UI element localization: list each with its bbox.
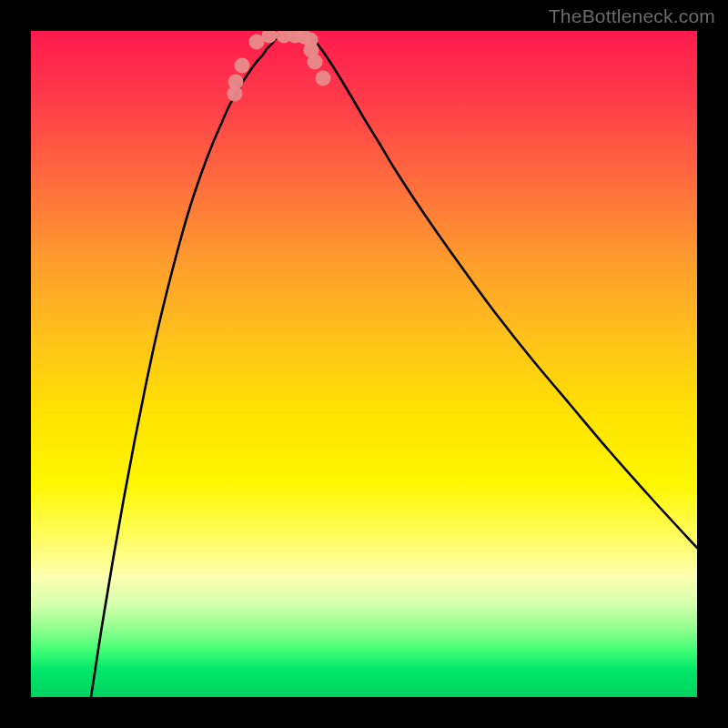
chart-frame: TheBottleneck.com xyxy=(0,0,728,728)
marker-dot xyxy=(235,58,250,74)
watermark-text: TheBottleneck.com xyxy=(549,5,715,27)
curve-overlay xyxy=(31,31,697,697)
plot-area xyxy=(31,31,697,697)
marker-dot xyxy=(316,71,331,86)
right-curve xyxy=(309,33,697,548)
marker-dot xyxy=(308,55,323,70)
left-curve xyxy=(91,35,279,697)
marker-group xyxy=(228,31,331,102)
marker-dot xyxy=(228,75,244,90)
